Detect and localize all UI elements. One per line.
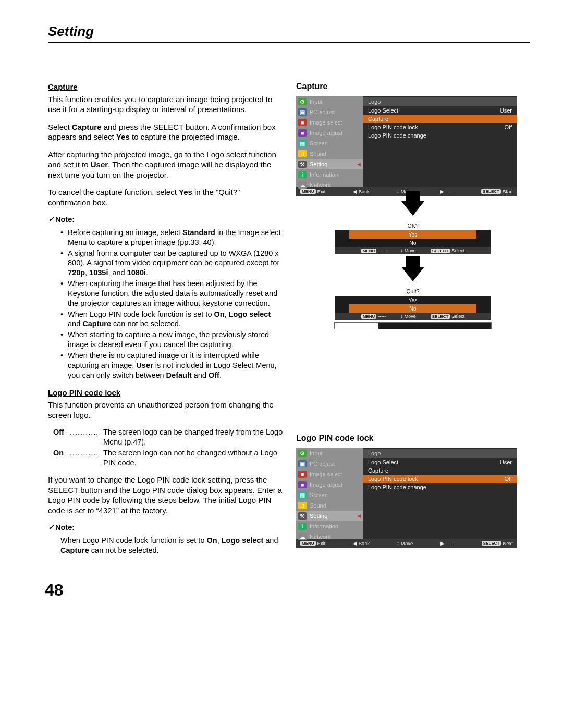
capture-fig-heading: Capture (296, 82, 530, 91)
pin-heading: Logo PIN code lock (48, 388, 284, 398)
pin-on-row: On ........... The screen logo can not b… (48, 448, 284, 468)
menu-row-label: Capture (368, 467, 388, 474)
confirm-quit-no[interactable]: No (349, 304, 476, 313)
menu-row-capture[interactable]: Capture (363, 115, 517, 123)
menu-row-value: User (500, 107, 512, 114)
right-arrow-icon: ▶ (440, 189, 444, 194)
menu-row-value: User (500, 459, 512, 465)
updown-arrow-icon: ↕ (400, 314, 403, 319)
capture-step2: After capturing the projected image, go … (48, 150, 284, 180)
menu-row-logo-pin-code-lock[interactable]: Logo PIN code lockOff (363, 475, 517, 483)
confirm-ok-no[interactable]: No (335, 239, 491, 247)
capture-step1: Select Capture and press the SELECT butt… (48, 122, 284, 142)
updown-arrow-icon: ↕ (397, 540, 399, 546)
menu-row-logo-select[interactable]: Logo SelectUser (363, 106, 517, 115)
menu-row-label: Logo Select (368, 107, 398, 114)
sidebar-item-network[interactable]: ☁Network (296, 532, 363, 542)
menu-row-logo-pin-code-change[interactable]: Logo PIN code change (363, 483, 517, 491)
note1-item5: When starting to capture a new image, th… (60, 330, 284, 350)
note2-heading: Note: (48, 523, 284, 533)
setting-icon: ⚒ (298, 512, 307, 520)
image-adjust-icon: ■ (298, 129, 307, 137)
menu-row-capture[interactable]: Capture (363, 466, 517, 475)
screen-icon: ▦ (298, 491, 307, 499)
sidebar-item-sound[interactable]: ♫Sound (296, 149, 363, 159)
menu-pill-icon: MENU (361, 314, 377, 319)
menu-sidebar[interactable]: ⚙Input▣PC adjust■Image select■Image adju… (296, 448, 363, 539)
menu-capture: ⚙Input▣PC adjust■Image select■Image adju… (296, 96, 517, 196)
pin-off-label: Off (53, 427, 70, 447)
menu-row-label: Capture (368, 116, 388, 122)
pin-off-row: Off ........... The screen logo can be c… (48, 427, 284, 447)
sidebar-item-label: Image select (310, 119, 342, 126)
select-pill-icon: SELECT (431, 249, 450, 253)
sidebar-item-image-select[interactable]: ■Image select (296, 117, 363, 128)
sidebar-item-information[interactable]: iInformation (296, 521, 363, 532)
sidebar-item-screen[interactable]: ▦Screen (296, 490, 363, 500)
network-icon: ☁ (298, 533, 307, 540)
sidebar-item-screen[interactable]: ▦Screen (296, 138, 363, 149)
sidebar-item-input[interactable]: ⚙Input (296, 448, 363, 459)
menu-row-logo-pin-code-lock[interactable]: Logo PIN code lockOff (363, 123, 517, 131)
select-pill-icon: SELECT (481, 189, 501, 194)
sidebar-item-information[interactable]: iInformation (296, 169, 363, 180)
sidebar-item-image-select[interactable]: ■Image select (296, 469, 363, 479)
sidebar-item-label: Image select (310, 471, 342, 477)
sidebar-item-pc-adjust[interactable]: ▣PC adjust (296, 459, 363, 469)
note1-item6: When there is no captured image or it is… (60, 351, 284, 380)
menu-row-label: Logo PIN code change (368, 132, 426, 139)
pin-on-value: The screen logo can not be changed witho… (103, 448, 284, 468)
progress-fill (335, 323, 378, 329)
sidebar-item-label: PC adjust (310, 109, 335, 115)
menu-pill-icon: MENU (361, 249, 377, 253)
confirm-quit-help: MENU----- ↕Move SELECTSelect (335, 313, 491, 320)
menu-row-logo-select[interactable]: Logo SelectUser (363, 458, 517, 466)
pin-howto: If you want to change the Logo PIN code … (48, 475, 284, 515)
capture-progress (334, 322, 492, 329)
sidebar-item-label: Setting (310, 161, 327, 167)
left-column: Capture This function enables you to cap… (48, 82, 284, 563)
menu-header: Logo (363, 97, 517, 106)
leader-dots: ........... (70, 427, 103, 447)
setting-icon: ⚒ (298, 161, 307, 168)
note1-heading: Note: (48, 215, 284, 225)
sidebar-item-pc-adjust[interactable]: ▣PC adjust (296, 107, 363, 117)
sidebar-item-input[interactable]: ⚙Input (296, 96, 363, 107)
sidebar-item-image-adjust[interactable]: ■Image adjust (296, 128, 363, 138)
menu-row-logo-pin-code-change[interactable]: Logo PIN code change (363, 131, 517, 140)
right-column: Capture ⚙Input▣PC adjust■Image select■Im… (296, 82, 530, 563)
sidebar-item-label: Input (310, 98, 322, 105)
sidebar-item-label: Sound (310, 151, 326, 157)
image-adjust-icon: ■ (298, 481, 307, 488)
sidebar-item-label: Input (310, 450, 322, 456)
image-select-icon: ■ (298, 471, 307, 478)
confirm-quit: Quit? Yes No MENU----- ↕Move SELECTSelec… (335, 287, 491, 320)
sidebar-item-network[interactable]: ☁Network (296, 180, 363, 190)
menu-sidebar[interactable]: ⚙Input▣PC adjust■Image select■Image adju… (296, 96, 363, 187)
network-icon: ☁ (298, 181, 307, 189)
note1-item3: When capturing the image that has been a… (60, 279, 284, 309)
sidebar-item-image-adjust[interactable]: ■Image adjust (296, 479, 363, 490)
updown-arrow-icon: ↕ (397, 189, 399, 194)
sidebar-item-label: Image adjust (310, 130, 342, 136)
menu-header: Logo (363, 449, 517, 458)
sidebar-item-setting[interactable]: ⚒Setting (296, 511, 363, 521)
confirm-ok: OK? Yes No MENU----- ↕Move SELECTSelect (335, 221, 491, 254)
confirm-ok-yes[interactable]: Yes (349, 230, 476, 239)
confirm-quit-yes[interactable]: Yes (335, 296, 491, 304)
input-icon: ⚙ (298, 450, 307, 457)
confirm-quit-title: Quit? (335, 287, 491, 296)
title-rule (48, 44, 530, 45)
sound-icon: ♫ (298, 502, 307, 509)
sidebar-item-label: Screen (310, 140, 328, 146)
capture-cancel: To cancel the capture function, select Y… (48, 187, 284, 207)
menu-row-label: Logo PIN code change (368, 484, 426, 490)
menu-main[interactable]: Logo Logo SelectUserCaptureLogo PIN code… (363, 96, 517, 187)
sidebar-item-sound[interactable]: ♫Sound (296, 500, 363, 511)
updown-arrow-icon: ↕ (400, 248, 403, 253)
menu-main[interactable]: Logo Logo SelectUserCaptureLogo PIN code… (363, 448, 517, 539)
sidebar-item-setting[interactable]: ⚒Setting (296, 159, 363, 169)
image-select-icon: ■ (298, 119, 307, 126)
sidebar-item-label: Image adjust (310, 482, 342, 488)
capture-intro: This function enables you to capture an … (48, 94, 284, 115)
